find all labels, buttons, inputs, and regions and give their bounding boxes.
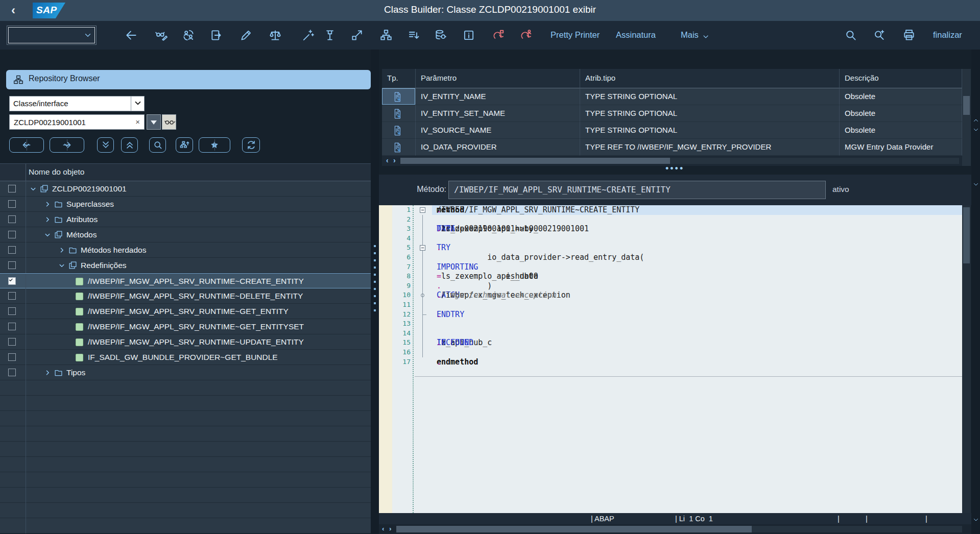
tree-item-label[interactable]: Atributos: [66, 215, 98, 224]
tree-item-checkbox[interactable]: [8, 323, 16, 330]
tree-item[interactable]: /IWBEP/IF_MGW_APPL_SRV_RUNTIME~GET_ENTIT…: [0, 304, 371, 319]
horizontal-splitter[interactable]: ••••: [665, 166, 696, 172]
display-object-button[interactable]: [162, 114, 176, 130]
splitter-handle-icon[interactable]: [374, 245, 376, 314]
editor-horizontal-scrollbar[interactable]: ‹ ›: [379, 524, 980, 534]
tree-item-checkbox[interactable]: [8, 185, 16, 192]
check-icon[interactable]: [269, 29, 282, 42]
tree-item[interactable]: Redefinições: [0, 258, 371, 273]
code-line[interactable]: 3 DATA ls_zexemplo_api_hub00 TYPE zcldp0…: [379, 224, 962, 234]
activate-icon[interactable]: [302, 29, 315, 42]
tree-item-label[interactable]: Métodos: [66, 230, 97, 239]
tree-item-label[interactable]: /IWBEP/IF_MGW_APPL_SRV_RUNTIME~CREATE_EN…: [88, 277, 304, 286]
code-line[interactable]: 5 TRY.: [379, 243, 962, 253]
debug-session-icon[interactable]: [491, 29, 505, 42]
print-icon[interactable]: [902, 29, 916, 42]
code-line[interactable]: 15 INCLUDE z_api_hub_c IF FOUND.: [379, 338, 962, 348]
history-forward-button[interactable]: [50, 137, 84, 153]
chevron-down-icon[interactable]: [43, 230, 52, 239]
object-type-dropdown-icon[interactable]: [131, 96, 144, 111]
table-vertical-scrollbar[interactable]: [962, 69, 971, 166]
param-typing-cell[interactable]: TYPE REF TO /IWBEP/IF_MGW_ENTRY_PROVIDER: [580, 139, 840, 156]
tree-item-label[interactable]: /IWBEP/IF_MGW_APPL_SRV_RUNTIME~GET_ENTIT…: [88, 322, 304, 331]
command-dropdown-icon[interactable]: [83, 31, 92, 40]
method-name-field[interactable]: /IWBEP/IF_MGW_APPL_SRV_RUNTIME~CREATE_EN…: [448, 181, 826, 199]
find-icon[interactable]: [844, 29, 857, 42]
object-name-input[interactable]: [13, 116, 128, 128]
scroll-right-icon[interactable]: ›: [393, 156, 396, 164]
tree-item-checkbox[interactable]: [8, 353, 16, 361]
edit-icon[interactable]: [240, 29, 253, 42]
vertical-splitter[interactable]: [371, 50, 379, 534]
tree-item-checkbox[interactable]: [8, 215, 16, 223]
info-icon[interactable]: [462, 29, 475, 42]
history-back-button[interactable]: [9, 137, 44, 153]
param-typing-cell[interactable]: TYPE STRING OPTIONAL: [580, 122, 840, 139]
tree-item-checkbox[interactable]: [8, 231, 16, 238]
editor-vertical-scrollbar[interactable]: [962, 205, 971, 513]
code-line[interactable]: 10 CATCH /iwbep/cx_mgw_tech_exception. "…: [379, 290, 962, 300]
scrollbar-thumb[interactable]: [396, 526, 752, 532]
object-name-dropdown-button[interactable]: [147, 114, 161, 130]
scrollbar-thumb[interactable]: [963, 96, 970, 115]
debug-user-icon[interactable]: [519, 29, 532, 42]
tree-item-label[interactable]: /IWBEP/IF_MGW_APPL_SRV_RUNTIME~DELETE_EN…: [88, 292, 303, 301]
find-next-icon[interactable]: [873, 29, 886, 42]
tree-item-label[interactable]: Tipos: [66, 368, 85, 377]
command-field[interactable]: [8, 27, 95, 43]
param-type-cell[interactable]: [382, 105, 416, 122]
param-typing-cell[interactable]: TYPE STRING OPTIONAL: [580, 88, 840, 105]
pretty-printer-button[interactable]: Pretty Printer: [551, 30, 600, 40]
mais-menu-button[interactable]: Mais: [681, 30, 699, 40]
tree-item-label[interactable]: Métodos herdados: [81, 246, 146, 255]
tree-item-checkbox[interactable]: [8, 369, 16, 376]
code-line[interactable]: 1method /IWBEP/IF_MGW_APPL_SRV_RUNTIME~C…: [379, 205, 962, 215]
chevron-down-icon[interactable]: [57, 261, 66, 270]
tree-item[interactable]: Métodos: [0, 227, 371, 242]
object-type-select[interactable]: Classe/interface: [9, 96, 145, 111]
assinatura-button[interactable]: Assinatura: [616, 30, 656, 40]
code-line[interactable]: 13: [379, 319, 962, 329]
tree-item-label[interactable]: /IWBEP/IF_MGW_APPL_SRV_RUNTIME~GET_ENTIT…: [88, 307, 289, 316]
param-type-cell[interactable]: [382, 122, 416, 139]
tree-item[interactable]: ZCLDP00219001001: [0, 181, 371, 197]
object-name-field[interactable]: ×: [9, 114, 145, 130]
tree-item[interactable]: /IWBEP/IF_MGW_APPL_SRV_RUNTIME~GET_ENTIT…: [0, 319, 371, 334]
fold-collapse-icon[interactable]: [420, 245, 425, 251]
tree-item[interactable]: Tipos: [0, 365, 371, 380]
tree-item-checkbox[interactable]: [8, 277, 16, 285]
code-line[interactable]: 8 es_data = ls_zexemplo_api_hub00: [379, 272, 962, 281]
column-header-descrio[interactable]: Descrição: [840, 69, 962, 88]
code-line[interactable]: 11: [379, 300, 962, 310]
tree-item-label[interactable]: /IWBEP/IF_MGW_APPL_SRV_RUNTIME~UPDATE_EN…: [88, 337, 304, 347]
tree-item[interactable]: /IWBEP/IF_MGW_APPL_SRV_RUNTIME~DELETE_EN…: [0, 288, 371, 304]
tree-item[interactable]: Métodos herdados: [0, 242, 371, 258]
tree-item[interactable]: Superclasses: [0, 197, 371, 212]
param-typing-cell[interactable]: TYPE STRING OPTIONAL: [580, 105, 840, 122]
column-header-atribtipo[interactable]: Atrib.tipo: [580, 69, 840, 88]
scroll-right-icon[interactable]: ›: [389, 525, 392, 532]
tree-item[interactable]: /IWBEP/IF_MGW_APPL_SRV_RUNTIME~CREATE_EN…: [0, 273, 371, 288]
tree-item-checkbox[interactable]: [8, 338, 16, 346]
collapse-all-button[interactable]: [121, 137, 138, 153]
test-icon[interactable]: [323, 29, 337, 42]
refresh-button[interactable]: [242, 137, 260, 153]
repository-browser-header[interactable]: Repository Browser: [6, 70, 371, 89]
tree-item-label[interactable]: Superclasses: [66, 200, 114, 209]
fold-collapse-icon[interactable]: [420, 207, 425, 213]
chevron-right-icon[interactable]: [57, 246, 66, 255]
tree-item-label[interactable]: IF_SADL_GW_BUNDLE_PROVIDER~GET_BUNDLE: [88, 353, 278, 362]
chevron-right-icon[interactable]: [43, 215, 52, 224]
scroll-left-icon[interactable]: ‹: [382, 525, 385, 532]
tree-item-checkbox[interactable]: [8, 246, 16, 254]
code-line[interactable]: 14: [379, 329, 962, 338]
code-line[interactable]: 7 IMPORTING: [379, 262, 962, 272]
scrollbar-thumb[interactable]: [963, 207, 970, 263]
tree-item-checkbox[interactable]: [8, 307, 16, 315]
object-list-icon[interactable]: [379, 29, 393, 42]
expand-all-button[interactable]: [97, 137, 114, 153]
code-line[interactable]: 9 ).: [379, 281, 962, 291]
tree-item-checkbox[interactable]: [8, 261, 16, 269]
other-object-icon[interactable]: [210, 29, 223, 42]
param-name-cell[interactable]: IV_ENTITY_SET_NAME: [416, 105, 580, 122]
